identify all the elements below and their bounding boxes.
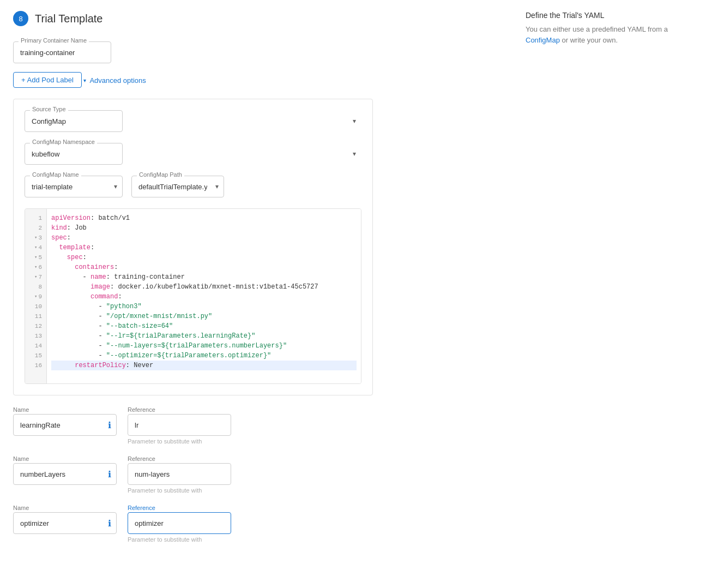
line-num-14: 14 — [25, 341, 46, 351]
configmap-name-container: ConfigMap Name trial-template ▾ — [25, 176, 123, 197]
main-content: 8 Trial Template Primary Container Name … — [13, 11, 373, 577]
line-num-5: ▾5 — [25, 253, 46, 262]
line-num-10: 10 — [25, 302, 46, 311]
line-num-2: 2 — [25, 223, 46, 233]
code-editor[interactable]: 1 2 ▾3 ▾4 ▾5 ▾6 ▾7 8 ▾9 10 11 12 13 14 — [25, 209, 361, 383]
code-line-14: - "--num-layers=${trialParameters.number… — [51, 341, 357, 351]
source-type-select[interactable]: ConfigMap Inline — [25, 110, 123, 132]
source-type-label: Source Type — [30, 106, 68, 112]
param-sub-label-3: Parameter to substitute with — [128, 536, 231, 543]
configmap-namespace-select[interactable]: kubeflow default — [25, 143, 123, 165]
code-line-10: - "python3" — [51, 302, 357, 311]
code-line-2: kind: Job — [51, 223, 357, 233]
configmap-row: ConfigMap Name trial-template ▾ ConfigMa… — [25, 176, 361, 208]
line-num-8: 8 — [25, 282, 46, 292]
primary-container-section: Primary Container Name — [13, 41, 373, 63]
param-ref-input-2[interactable] — [128, 463, 231, 485]
primary-container-label: Primary Container Name — [19, 37, 89, 44]
params-section: Name ℹ Reference Parameter to substitute… — [13, 406, 373, 543]
primary-container-input[interactable] — [13, 41, 111, 63]
param-name-group-2: Name ℹ — [13, 455, 117, 494]
param-name-input-2[interactable] — [13, 463, 117, 485]
sidebar: Define the Trial's YAML You can either u… — [526, 11, 689, 577]
code-line-16: restartPolicy: Never — [51, 361, 357, 370]
code-line-3: spec: — [51, 233, 357, 243]
step-badge: 8 — [13, 11, 28, 26]
configmap-namespace-container: ConfigMap Namespace kubeflow default ▾ — [25, 143, 361, 165]
advanced-options-label: Advanced options — [89, 76, 146, 85]
code-editor-container: 1 2 ▾3 ▾4 ▾5 ▾6 ▾7 8 ▾9 10 11 12 13 14 — [25, 208, 361, 384]
sidebar-description: You can either use a predefined YAML fro… — [526, 24, 689, 45]
code-line-13: - "--lr=${trialParameters.learningRate}" — [51, 331, 357, 341]
line-num-11: 11 — [25, 311, 46, 321]
line-num-12: 12 — [25, 321, 46, 331]
code-line-1: apiVersion: batch/v1 — [51, 213, 357, 223]
line-num-1: 1 — [25, 213, 46, 223]
param-row-1: Name ℹ Reference Parameter to substitute… — [13, 406, 373, 445]
param-ref-label-2: Reference — [128, 455, 231, 462]
param-sub-label-2: Parameter to substitute with — [128, 487, 231, 494]
info-icon-3[interactable]: ℹ — [108, 518, 111, 529]
line-num-15: 15 — [25, 351, 46, 361]
line-num-7: ▾7 — [25, 272, 46, 282]
param-ref-label-3: Reference — [128, 505, 231, 511]
param-row-3: Name ℹ Reference Parameter to substitute… — [13, 505, 373, 543]
line-num-9: ▾9 — [25, 292, 46, 302]
param-name-group-1: Name ℹ — [13, 406, 117, 445]
configmap-link[interactable]: ConfigMap — [526, 36, 560, 44]
advanced-options-toggle[interactable]: ▾ Advanced options — [83, 76, 146, 85]
param-ref-group-2: Reference Parameter to substitute with — [128, 455, 231, 494]
configmap-path-select[interactable]: defaultTrialTemplate.ya... — [131, 176, 224, 197]
code-line-15: - "--optimizer=${trialParameters.optimiz… — [51, 351, 357, 361]
param-name-input-1[interactable] — [13, 414, 117, 436]
info-icon-2[interactable]: ℹ — [108, 469, 111, 479]
line-num-3: ▾3 — [25, 233, 46, 243]
configmap-path-container: ConfigMap Path defaultTrialTemplate.ya..… — [131, 176, 224, 197]
configmap-name-select[interactable]: trial-template — [25, 176, 123, 197]
code-line-12: - "--batch-size=64" — [51, 321, 357, 331]
code-content[interactable]: apiVersion: batch/v1 kind: Job spec: tem… — [47, 209, 361, 383]
param-field-wrapper-2: ℹ — [13, 463, 117, 485]
code-line-6: containers: — [51, 262, 357, 272]
code-line-7: - name: training-container — [51, 272, 357, 282]
param-name-input-3[interactable] — [13, 512, 117, 534]
param-ref-group-1: Reference Parameter to substitute with — [128, 406, 231, 445]
param-ref-label-1: Reference — [128, 406, 231, 413]
page-container: 8 Trial Template Primary Container Name … — [0, 0, 724, 588]
line-num-4: ▾4 — [25, 243, 46, 253]
param-ref-group-3: Reference Parameter to substitute with — [128, 505, 231, 543]
configmap-path-label: ConfigMap Path — [137, 171, 184, 178]
code-line-4: template: — [51, 243, 357, 253]
code-line-5: spec: — [51, 253, 357, 262]
param-ref-input-1[interactable] — [128, 414, 231, 436]
code-line-8: image: docker.io/kubeflowkatib/mxnet-mni… — [51, 282, 357, 292]
param-name-group-3: Name ℹ — [13, 505, 117, 543]
line-num-16: 16 — [25, 361, 46, 370]
chevron-down-icon: ▾ — [83, 77, 86, 83]
source-type-arrow-icon: ▾ — [353, 117, 356, 125]
param-row-2: Name ℹ Reference Parameter to substitute… — [13, 455, 373, 494]
param-ref-input-3[interactable] — [128, 512, 231, 534]
info-icon-1[interactable]: ℹ — [108, 420, 111, 430]
param-field-wrapper-3: ℹ — [13, 512, 117, 534]
param-field-wrapper-1: ℹ — [13, 414, 117, 436]
configmap-name-label: ConfigMap Name — [30, 171, 81, 178]
param-name-label-2: Name — [13, 455, 117, 462]
page-header: 8 Trial Template — [13, 11, 373, 26]
code-line-11: - "/opt/mxnet-mnist/mnist.py" — [51, 311, 357, 321]
line-num-6: ▾6 — [25, 262, 46, 272]
sidebar-title: Define the Trial's YAML — [526, 11, 689, 20]
line-numbers: 1 2 ▾3 ▾4 ▾5 ▾6 ▾7 8 ▾9 10 11 12 13 14 — [25, 209, 47, 383]
configmap-namespace-arrow-icon: ▾ — [353, 150, 356, 158]
param-name-label-1: Name — [13, 406, 117, 413]
add-pod-label-button[interactable]: + Add Pod Label — [13, 72, 82, 88]
page-title: Trial Template — [35, 13, 103, 25]
advanced-panel: Source Type ConfigMap Inline ▾ ConfigMap… — [13, 99, 373, 395]
param-sub-label-1: Parameter to substitute with — [128, 438, 231, 445]
param-name-label-3: Name — [13, 505, 117, 511]
source-type-container: Source Type ConfigMap Inline ▾ — [25, 110, 361, 132]
primary-container-field: Primary Container Name — [13, 41, 373, 63]
code-line-9: command: — [51, 292, 357, 302]
line-num-13: 13 — [25, 331, 46, 341]
configmap-namespace-label: ConfigMap Namespace — [30, 139, 97, 145]
